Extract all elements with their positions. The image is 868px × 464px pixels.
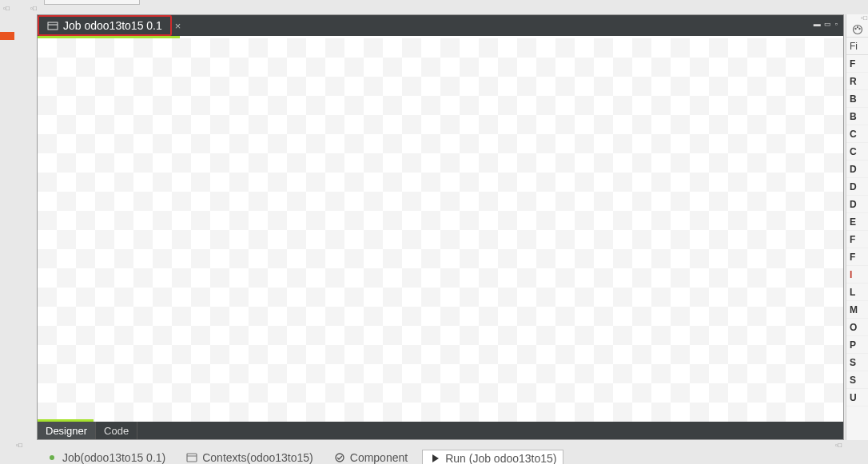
palette-row[interactable]: M: [846, 301, 868, 319]
bottom-views-bar: Job(odoo13to15 0.1) Contexts(odoo13to15)…: [37, 448, 868, 464]
editor-tab-job[interactable]: Job odoo13to15 0.1: [38, 15, 172, 36]
palette-row[interactable]: B: [846, 108, 868, 125]
svg-marker-9: [432, 454, 439, 462]
palette-icon[interactable]: [846, 22, 868, 38]
palette-row[interactable]: D: [846, 178, 868, 196]
editor-tab-label: Job odoo13to15 0.1: [63, 19, 162, 32]
view-component[interactable]: Component: [328, 450, 414, 464]
minimize-restore-marker-left[interactable]: ▫ □: [3, 5, 9, 12]
palette-find[interactable]: Fi: [846, 38, 868, 55]
palette-row[interactable]: U: [846, 389, 868, 406]
minimize-restore-marker-bl[interactable]: ▫ □: [16, 442, 22, 449]
view-component-label: Component: [350, 451, 408, 464]
bottom-tab-active-strip: [38, 419, 94, 422]
palette-row[interactable]: C: [846, 125, 868, 143]
editor-panel: Job odoo13to15 0.1 × ▬ ▭ ▫ Designer Code: [37, 14, 844, 440]
job-dot-icon: [46, 452, 58, 463]
top-strip: ▫ □ ▫ □: [0, 0, 868, 14]
component-icon: [334, 452, 345, 463]
palette-row[interactable]: O: [846, 319, 868, 336]
editor-bottom-tabs: Designer Code: [38, 422, 843, 439]
palette-row[interactable]: F: [846, 231, 868, 248]
window-controls-icon[interactable]: ▬ ▭ ▫: [814, 20, 838, 28]
svg-point-5: [858, 27, 860, 29]
view-job-label: Job(odoo13to15 0.1): [62, 451, 165, 464]
svg-point-3: [854, 27, 856, 29]
palette-row[interactable]: S: [846, 354, 868, 371]
svg-point-8: [336, 454, 344, 462]
job-icon: [47, 20, 58, 31]
view-job[interactable]: Job(odoo13to15 0.1): [40, 450, 172, 464]
palette-row[interactable]: L: [846, 284, 868, 301]
palette-row[interactable]: E: [846, 213, 868, 231]
svg-rect-6: [187, 454, 197, 462]
palette-row[interactable]: I: [846, 266, 868, 284]
view-run[interactable]: Run (Job odoo13to15): [422, 450, 563, 465]
palette-row[interactable]: P: [846, 336, 868, 354]
tab-code[interactable]: Code: [96, 422, 137, 439]
palette-row[interactable]: D: [846, 196, 868, 213]
palette-row[interactable]: D: [846, 161, 868, 178]
view-contexts[interactable]: Contexts(odoo13to15): [180, 450, 320, 464]
minimize-restore-marker-leftish[interactable]: ▫ □: [30, 5, 36, 12]
designer-canvas[interactable]: [38, 38, 843, 422]
view-run-label: Run (Job odoo13to15): [445, 452, 556, 465]
palette-row[interactable]: S: [846, 371, 868, 389]
svg-rect-0: [48, 22, 58, 30]
palette-row[interactable]: F: [846, 248, 868, 266]
palette-row[interactable]: B: [846, 90, 868, 108]
palette-panel[interactable]: ▫ □ Fi F R B B C C D D D E F F I L M O P…: [846, 14, 868, 440]
palette-row[interactable]: R: [846, 73, 868, 90]
minimize-restore-marker-right[interactable]: ▫ □: [846, 14, 868, 22]
active-indicator: [0, 32, 14, 40]
left-gutter: [0, 14, 37, 446]
palette-row[interactable]: F: [846, 55, 868, 73]
svg-point-4: [856, 26, 858, 27]
tab-designer[interactable]: Designer: [38, 422, 96, 439]
play-icon: [429, 453, 440, 464]
contexts-icon: [186, 452, 197, 463]
close-icon[interactable]: ×: [175, 20, 181, 32]
palette-row[interactable]: C: [846, 143, 868, 161]
top-line-decor: [44, 0, 140, 5]
view-contexts-label: Contexts(odoo13to15): [202, 451, 313, 464]
editor-tab-bar: Job odoo13to15 0.1 × ▬ ▭ ▫: [38, 15, 843, 36]
